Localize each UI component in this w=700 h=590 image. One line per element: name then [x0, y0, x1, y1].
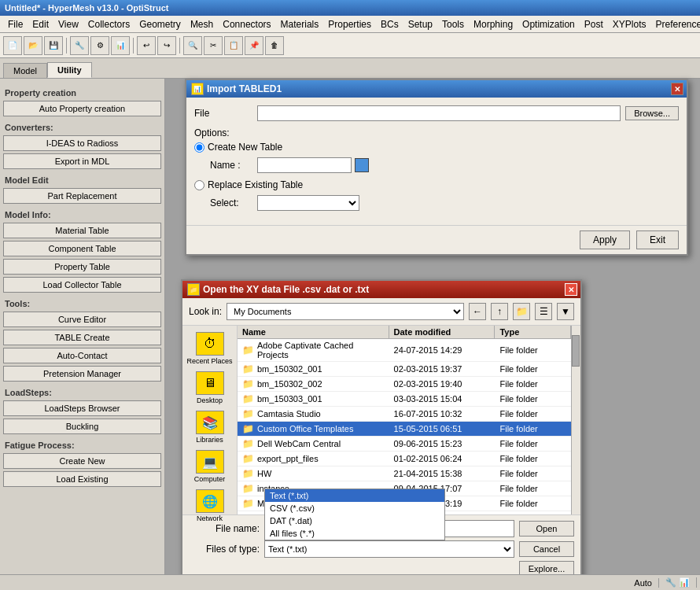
file-row: File Browse...	[194, 105, 679, 121]
menu-view[interactable]: View	[53, 17, 83, 31]
btn-curve-editor[interactable]: Curve Editor	[3, 312, 161, 327]
menu-materials[interactable]: Materials	[276, 17, 324, 31]
toolbar-new[interactable]: 📄	[3, 36, 22, 55]
open-button[interactable]: Open	[519, 521, 574, 537]
sidebar-network[interactable]: 🌐 Network	[186, 489, 234, 522]
toolbar-btn1[interactable]: 🔧	[70, 36, 89, 55]
menu-collectors[interactable]: Collectors	[83, 17, 134, 31]
file-cell-name: 📁Custom Office Templates	[238, 422, 389, 436]
menu-preferences[interactable]: Preferences	[650, 17, 700, 31]
col-date[interactable]: Date modified	[389, 326, 496, 338]
import-dialog-close[interactable]: ✕	[671, 83, 683, 95]
apply-button[interactable]: Apply	[580, 230, 630, 249]
btn-component-table[interactable]: Component Table	[3, 241, 161, 256]
name-label: Name :	[210, 160, 257, 171]
file-list-row[interactable]: 📁Custom Office Templates15-05-2015 06:51…	[238, 422, 571, 437]
btn-auto-property-creation[interactable]: Auto Property creation	[3, 101, 161, 116]
file-list-row[interactable]: 📁bm_150302_00202-03-2015 19:40File folde…	[238, 377, 571, 392]
nav-up[interactable]: ↑	[491, 303, 508, 320]
scrollbar-thumb[interactable]	[572, 335, 580, 367]
file-cell-name: 📁export_ppt_files	[238, 452, 389, 466]
toolbar-btn8[interactable]: 📋	[224, 36, 243, 55]
menu-setup[interactable]: Setup	[403, 17, 437, 31]
computer-icon: 💻	[196, 450, 224, 474]
btn-ideas-to-radioss[interactable]: I-DEAS to Radioss	[3, 135, 161, 151]
file-list-row[interactable]: 📁Dell WebCam Central09-06-2015 15:23File…	[238, 437, 571, 452]
browse-button[interactable]: Browse...	[625, 106, 679, 120]
col-name[interactable]: Name	[238, 326, 389, 338]
menu-file[interactable]: File	[3, 17, 28, 31]
file-input[interactable]	[257, 105, 621, 121]
file-list-row[interactable]: 📁Adobe Captivate Cached Projects24-07-20…	[238, 339, 571, 362]
menu-edit[interactable]: Edit	[28, 17, 53, 31]
cancel-button[interactable]: Cancel	[519, 541, 574, 557]
color-picker[interactable]	[355, 158, 369, 172]
filetype-select[interactable]: Text (*.txt)	[264, 540, 514, 558]
dropdown-txt[interactable]: Text (*.txt)	[265, 489, 444, 502]
sidebar-recent-places[interactable]: ⏱ Recent Places	[186, 332, 234, 365]
file-list-row[interactable]: 📁HW21-04-2015 15:38File folder	[238, 466, 571, 481]
btn-material-table[interactable]: Material Table	[3, 223, 161, 238]
replace-radio[interactable]	[194, 180, 204, 190]
menu-geometry[interactable]: Geometry	[134, 17, 186, 31]
nav-options[interactable]: ▼	[557, 303, 574, 320]
menu-post[interactable]: Post	[580, 17, 608, 31]
file-cell-type: File folder	[495, 482, 571, 495]
toolbar-btn9[interactable]: 📌	[245, 36, 263, 55]
btn-pretension-manager[interactable]: Pretension Manager	[3, 366, 161, 382]
nav-new-folder[interactable]: 📁	[513, 303, 530, 320]
menu-optimization[interactable]: Optimization	[518, 17, 580, 31]
sidebar-libraries[interactable]: 📚 Libraries	[186, 411, 234, 444]
toolbar-btn2[interactable]: ⚙	[90, 36, 109, 55]
toolbar-btn6[interactable]: 🔍	[183, 36, 202, 55]
btn-auto-contact[interactable]: Auto-Contact	[3, 348, 161, 363]
menu-connectors[interactable]: Connectors	[218, 17, 275, 31]
dropdown-csv[interactable]: CSV (*.csv)	[265, 502, 444, 514]
menu-tools[interactable]: Tools	[437, 17, 469, 31]
name-input[interactable]	[257, 157, 352, 173]
toolbar-btn4[interactable]: ↩	[137, 36, 156, 55]
dropdown-dat[interactable]: DAT (*.dat)	[265, 514, 444, 527]
btn-load-existing[interactable]: Load Existing	[3, 471, 161, 487]
btn-load-collector-table[interactable]: Load Collector Table	[3, 277, 161, 293]
dropdown-all[interactable]: All files (*.*)	[265, 527, 444, 540]
sidebar-desktop[interactable]: 🖥 Desktop	[186, 371, 234, 404]
menu-mesh[interactable]: Mesh	[186, 17, 218, 31]
tab-model[interactable]: Model	[3, 63, 47, 78]
exit-button[interactable]: Exit	[636, 230, 679, 249]
toolbar-save[interactable]: 💾	[44, 36, 63, 55]
create-new-radio[interactable]	[194, 142, 204, 153]
replace-label: Replace Existing Table	[208, 179, 303, 190]
nav-view[interactable]: ☰	[535, 303, 552, 320]
select-dropdown[interactable]	[257, 195, 359, 211]
look-in-select[interactable]: My Documents	[227, 303, 464, 320]
menu-bcs[interactable]: BCs	[376, 17, 403, 31]
tab-utility[interactable]: Utility	[47, 62, 92, 78]
file-dialog-close[interactable]: ✕	[565, 283, 577, 296]
file-scrollbar[interactable]	[571, 326, 580, 514]
btn-create-new[interactable]: Create New	[3, 453, 161, 469]
select-row: Select:	[210, 195, 679, 211]
btn-part-replacement[interactable]: Part Replacement	[3, 188, 161, 204]
file-list-row[interactable]: 📁bm_150303_00103-03-2015 15:04File folde…	[238, 392, 571, 407]
menu-morphing[interactable]: Morphing	[469, 17, 518, 31]
file-list-row[interactable]: 📁Camtasia Studio16-07-2015 10:32File fol…	[238, 407, 571, 422]
toolbar-btn7[interactable]: ✂	[204, 36, 223, 55]
btn-export-mdl[interactable]: Export in MDL	[3, 153, 161, 169]
btn-buckling[interactable]: Buckling	[3, 419, 161, 434]
btn-loadsteps-browser[interactable]: LoadSteps Browser	[3, 400, 161, 416]
toolbar-btn10[interactable]: 🗑	[265, 36, 284, 55]
toolbar-btn3[interactable]: 📊	[111, 36, 130, 55]
toolbar-btn5[interactable]: ↪	[157, 36, 176, 55]
file-cell-type: File folder	[495, 344, 571, 356]
menu-properties[interactable]: Properties	[323, 17, 376, 31]
btn-property-table[interactable]: Property Table	[3, 259, 161, 275]
file-list-row[interactable]: 📁export_ppt_files01-02-2015 06:24File fo…	[238, 452, 571, 466]
nav-back[interactable]: ←	[469, 303, 486, 320]
toolbar-open[interactable]: 📂	[24, 36, 42, 55]
menu-xyplots[interactable]: XYPlots	[608, 17, 651, 31]
file-list-row[interactable]: 📁bm_150302_00102-03-2015 19:37File folde…	[238, 362, 571, 377]
col-type[interactable]: Type	[495, 326, 571, 338]
btn-table-create[interactable]: TABLE Create	[3, 330, 161, 345]
sidebar-computer[interactable]: 💻 Computer	[186, 450, 234, 483]
